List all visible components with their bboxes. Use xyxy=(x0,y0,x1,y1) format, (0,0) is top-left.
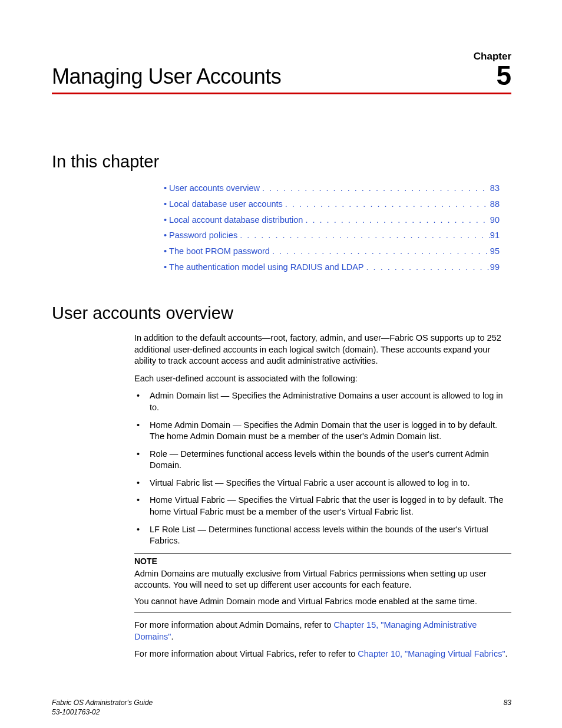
toc-link[interactable]: The boot PROM password xyxy=(169,244,270,259)
list-item: •Admin Domain list — Specifies the Admin… xyxy=(134,390,511,413)
toc-page: 91 xyxy=(490,228,500,243)
toc-link[interactable]: User accounts overview xyxy=(169,181,260,196)
list-item: •LF Role List — Determines functional ac… xyxy=(134,524,511,547)
ref-admin-domains: For more information about Admin Domains… xyxy=(134,620,511,643)
bullet-icon: • xyxy=(164,213,167,228)
intro-paragraph: In addition to the default accounts—root… xyxy=(134,332,511,367)
bullet-icon: • xyxy=(164,228,167,243)
note-block: NOTE Admin Domains are mutually exclusiv… xyxy=(134,553,511,613)
bullet-icon: • xyxy=(164,244,167,259)
bullet-icon: • xyxy=(164,260,167,275)
toc-link[interactable]: Local account database distribution xyxy=(169,213,303,228)
toc-link[interactable]: The authentication model using RADIUS an… xyxy=(169,260,363,275)
toc-leader: . . . . . . . . . . . . . . . . . . . . … xyxy=(303,213,490,228)
bullet-icon: • xyxy=(134,390,150,413)
ref2-link[interactable]: Chapter 10, "Managing Virtual Fabrics" xyxy=(358,649,505,658)
chapter-number: 5 xyxy=(496,64,511,89)
toc-page: 95 xyxy=(490,244,500,259)
list-text: Virtual Fabric list — Specifies the Virt… xyxy=(150,477,511,489)
bullet-icon: • xyxy=(134,524,150,547)
toc-item[interactable]: • The authentication model using RADIUS … xyxy=(164,260,500,275)
note-body: Admin Domains are mutually exclusive fro… xyxy=(134,568,511,591)
page-footer: Fabric OS Administrator's Guide 53-10017… xyxy=(52,699,511,717)
list-item: •Home Admin Domain — Specifies the Admin… xyxy=(134,420,511,443)
toc-leader: . . . . . . . . . . . . . . . . . . . . … xyxy=(260,181,490,196)
chapter-title: Managing User Accounts xyxy=(52,64,281,89)
ref1-post: . xyxy=(171,632,173,641)
list-text: Admin Domain list — Specifies the Admini… xyxy=(150,390,511,413)
list-text: Home Admin Domain — Specifies the Admin … xyxy=(150,420,511,443)
toc-leader: . . . . . . . . . . . . . . . . . . . . … xyxy=(270,244,490,259)
toc-link[interactable]: Local database user accounts xyxy=(169,197,283,212)
toc-link[interactable]: Password policies xyxy=(169,228,237,243)
toc-page: 90 xyxy=(490,213,500,228)
toc-item[interactable]: • Local account database distribution . … xyxy=(164,213,500,228)
toc-list: • User accounts overview . . . . . . . .… xyxy=(164,181,500,274)
bullet-icon: • xyxy=(134,477,150,489)
ref-virtual-fabrics: For more information about Virtual Fabri… xyxy=(134,648,511,660)
chapter-label: Chapter xyxy=(52,51,511,62)
list-text: LF Role List — Determines functional acc… xyxy=(150,524,511,547)
bullet-icon: • xyxy=(134,420,150,443)
note-extra: You cannot have Admin Domain mode and Vi… xyxy=(134,596,511,608)
ref2-post: . xyxy=(505,649,508,658)
bullet-icon: • xyxy=(134,449,150,472)
ref2-pre: For more information about Virtual Fabri… xyxy=(134,649,358,658)
ref1-pre: For more information about Admin Domains… xyxy=(134,620,333,630)
toc-item[interactable]: • Local database user accounts . . . . .… xyxy=(164,197,500,212)
bullet-icon: • xyxy=(164,181,167,196)
association-list: •Admin Domain list — Specifies the Admin… xyxy=(134,390,511,546)
toc-page: 88 xyxy=(490,197,500,212)
footer-docnum: 53-1001763-02 xyxy=(52,708,153,717)
section-user-accounts-overview: User accounts overview xyxy=(52,304,511,323)
toc-item[interactable]: • User accounts overview . . . . . . . .… xyxy=(164,181,500,196)
list-text: Role — Determines functional access leve… xyxy=(150,449,511,472)
list-item: •Home Virtual Fabric — Specifies the Vir… xyxy=(134,495,511,518)
toc-leader: . . . . . . . . . . . . . . . . . . . . … xyxy=(364,260,490,275)
toc-leader: . . . . . . . . . . . . . . . . . . . . … xyxy=(237,228,490,243)
assoc-lead: Each user-defined account is associated … xyxy=(134,373,511,385)
list-text: Home Virtual Fabric — Specifies the Virt… xyxy=(150,495,511,518)
chapter-header: Managing User Accounts 5 xyxy=(52,64,511,94)
bullet-icon: • xyxy=(164,197,167,212)
toc-item[interactable]: • The boot PROM password . . . . . . . .… xyxy=(164,244,500,259)
toc-page: 99 xyxy=(490,260,500,275)
footer-left: Fabric OS Administrator's Guide 53-10017… xyxy=(52,699,153,717)
list-item: •Virtual Fabric list — Specifies the Vir… xyxy=(134,477,511,489)
section-in-this-chapter: In this chapter xyxy=(52,152,511,172)
footer-title: Fabric OS Administrator's Guide xyxy=(52,699,153,708)
list-item: •Role — Determines functional access lev… xyxy=(134,449,511,472)
bullet-icon: • xyxy=(134,495,150,518)
note-label: NOTE xyxy=(134,556,511,567)
toc-leader: . . . . . . . . . . . . . . . . . . . . … xyxy=(283,197,490,212)
toc-page: 83 xyxy=(490,181,500,196)
footer-page-number: 83 xyxy=(504,699,511,717)
toc-item[interactable]: • Password policies . . . . . . . . . . … xyxy=(164,228,500,243)
